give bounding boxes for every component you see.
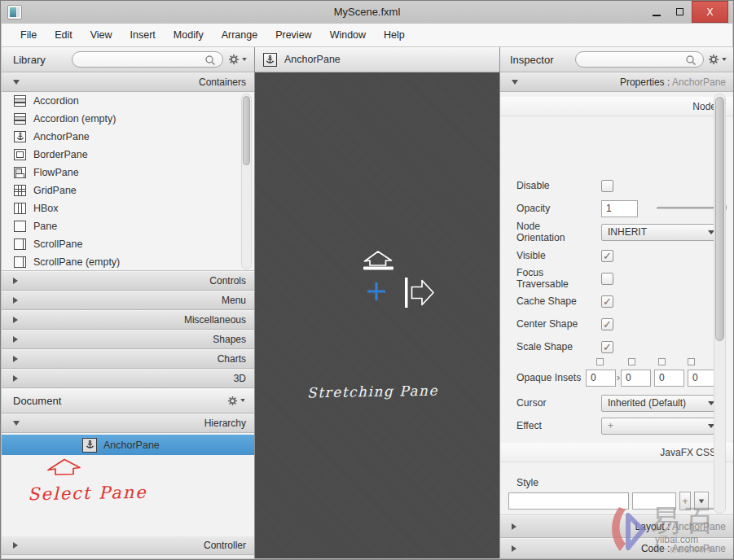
library-scrollbar[interactable] bbox=[241, 94, 252, 269]
inset-link-checkbox[interactable] bbox=[688, 358, 695, 365]
node-orientation-select[interactable]: INHERIT bbox=[601, 224, 721, 241]
document-menu-button[interactable] bbox=[227, 396, 246, 406]
hbox-icon bbox=[14, 203, 26, 214]
expanded-triangle-icon bbox=[512, 80, 518, 85]
maximize-button[interactable] bbox=[668, 1, 692, 23]
focus-traversable-checkbox[interactable] bbox=[601, 273, 613, 285]
property-row-opacity: Opacity bbox=[516, 199, 723, 217]
css-section-band: JavaFX CSS bbox=[500, 443, 734, 462]
anchorpane-icon bbox=[263, 53, 277, 67]
inset-link-checkbox[interactable] bbox=[596, 358, 604, 365]
section-layout[interactable]: Layout : AnchorPane bbox=[500, 515, 734, 538]
scale-shape-checkbox[interactable]: ✓ bbox=[601, 341, 613, 353]
style-add-button[interactable]: + bbox=[679, 492, 691, 510]
menu-edit[interactable]: Edit bbox=[46, 24, 81, 46]
check-icon: ✓ bbox=[603, 318, 612, 330]
search-icon bbox=[204, 55, 216, 66]
menu-window[interactable]: Window bbox=[321, 24, 375, 46]
menu-view[interactable]: View bbox=[81, 24, 121, 46]
style-label: Style bbox=[516, 477, 538, 488]
section-shapes[interactable]: Shapes bbox=[2, 330, 254, 349]
section-hierarchy[interactable]: Hierarchy bbox=[2, 413, 254, 433]
library-collapsed-sections: Controls Menu Miscellaneous Shapes Chart… bbox=[2, 271, 254, 388]
inspector-title: Inspector bbox=[510, 54, 553, 66]
flowpane-icon bbox=[14, 167, 26, 178]
gridpane-icon bbox=[14, 185, 26, 196]
menu-help[interactable]: Help bbox=[375, 24, 414, 46]
hierarchy-item-anchorpane[interactable]: AnchorPane bbox=[2, 435, 254, 455]
borderpane-icon bbox=[14, 149, 26, 160]
library-menu-button[interactable] bbox=[228, 54, 248, 65]
list-item[interactable]: HBox bbox=[2, 199, 254, 217]
accordion-empty-icon bbox=[14, 113, 26, 125]
list-item[interactable]: Accordion (empty) bbox=[2, 110, 254, 128]
section-controls[interactable]: Controls bbox=[2, 271, 254, 291]
scrollpane-empty-icon bbox=[14, 256, 26, 268]
style-value-input[interactable] bbox=[508, 492, 629, 510]
effect-select[interactable]: + bbox=[601, 418, 721, 435]
collapsed-triangle-icon bbox=[13, 336, 18, 343]
list-item[interactable]: FlowPane bbox=[2, 164, 254, 182]
section-miscellaneous[interactable]: Miscellaneous bbox=[2, 310, 254, 330]
menu-arrange[interactable]: Arrange bbox=[213, 24, 266, 46]
canvas-annotations bbox=[255, 72, 500, 560]
close-button[interactable]: X bbox=[692, 1, 728, 23]
content-tab-bar: AnchorPane bbox=[255, 47, 499, 72]
opacity-input[interactable] bbox=[601, 200, 638, 217]
style-extra-input[interactable] bbox=[632, 492, 676, 510]
property-row-focus-traversable: Focus Traversable bbox=[516, 269, 723, 287]
section-controller[interactable]: Controller bbox=[2, 536, 254, 555]
inset-top-input[interactable] bbox=[586, 370, 616, 387]
inspector-search-input[interactable] bbox=[575, 51, 704, 68]
disable-checkbox[interactable] bbox=[601, 180, 613, 192]
section-containers[interactable]: Containers bbox=[2, 72, 254, 92]
menu-file[interactable]: File bbox=[11, 24, 46, 46]
property-row-cache-shape: Cache Shape ✓ bbox=[516, 292, 723, 310]
collapsed-triangle-icon bbox=[13, 542, 18, 549]
list-item[interactable]: ScrollPane (empty) bbox=[2, 253, 254, 271]
chevron-down-icon bbox=[242, 58, 247, 61]
inspector-scrollbar[interactable] bbox=[714, 94, 726, 514]
menu-modify[interactable]: Modify bbox=[165, 24, 213, 46]
cursor-select[interactable]: Inherited (Default) bbox=[601, 395, 721, 412]
inset-bottom-input[interactable] bbox=[654, 370, 684, 387]
list-item[interactable]: Accordion bbox=[2, 92, 254, 110]
plus-cursor-icon bbox=[367, 282, 385, 300]
menu-preview[interactable]: Preview bbox=[266, 24, 320, 46]
section-menu[interactable]: Menu bbox=[2, 291, 254, 310]
inspector-menu-button[interactable] bbox=[708, 54, 727, 65]
list-item[interactable]: AnchorPane bbox=[2, 128, 254, 146]
select-pane-annotation: Select Pane bbox=[28, 483, 147, 505]
list-item[interactable]: BorderPane bbox=[2, 146, 254, 164]
tab-anchorpane[interactable]: AnchorPane bbox=[284, 54, 341, 65]
visible-checkbox[interactable]: ✓ bbox=[601, 250, 613, 262]
inset-right-input[interactable] bbox=[621, 370, 651, 387]
scrollpane-icon bbox=[14, 238, 26, 250]
anchorpane-icon bbox=[14, 131, 26, 142]
center-shape-checkbox[interactable]: ✓ bbox=[601, 318, 613, 330]
gear-icon bbox=[228, 54, 240, 65]
section-charts[interactable]: Charts bbox=[2, 349, 254, 369]
scrollbar-thumb[interactable] bbox=[243, 96, 250, 165]
inset-link-checkbox[interactable] bbox=[658, 358, 666, 365]
section-3d[interactable]: 3D bbox=[2, 369, 254, 388]
section-properties[interactable]: Properties : AnchorPane bbox=[500, 72, 734, 92]
title-bar[interactable]: MyScene.fxml X bbox=[1, 1, 733, 24]
cache-shape-checkbox[interactable]: ✓ bbox=[601, 295, 613, 308]
library-search-input[interactable] bbox=[72, 51, 223, 68]
document-title: Document bbox=[13, 395, 61, 407]
list-item[interactable]: Pane bbox=[2, 217, 254, 235]
expanded-triangle-icon bbox=[13, 80, 20, 85]
properties-form: Node Disable Opacity Node Orientation IN… bbox=[500, 92, 734, 515]
expanded-triangle-icon bbox=[13, 421, 20, 426]
stretching-pane-annotation: Stretching Pane bbox=[307, 383, 438, 401]
inset-link-checkbox[interactable] bbox=[628, 358, 635, 365]
section-code[interactable]: Code : AnchorPane bbox=[500, 538, 734, 559]
design-canvas[interactable]: Stretching Pane bbox=[255, 72, 499, 558]
menu-insert[interactable]: Insert bbox=[121, 24, 165, 46]
list-item[interactable]: ScrollPane bbox=[2, 235, 254, 253]
scrollbar-thumb[interactable] bbox=[715, 97, 724, 341]
minimize-button[interactable] bbox=[644, 1, 668, 23]
list-item[interactable]: GridPane bbox=[2, 182, 254, 199]
style-dropdown-button[interactable] bbox=[694, 492, 709, 510]
